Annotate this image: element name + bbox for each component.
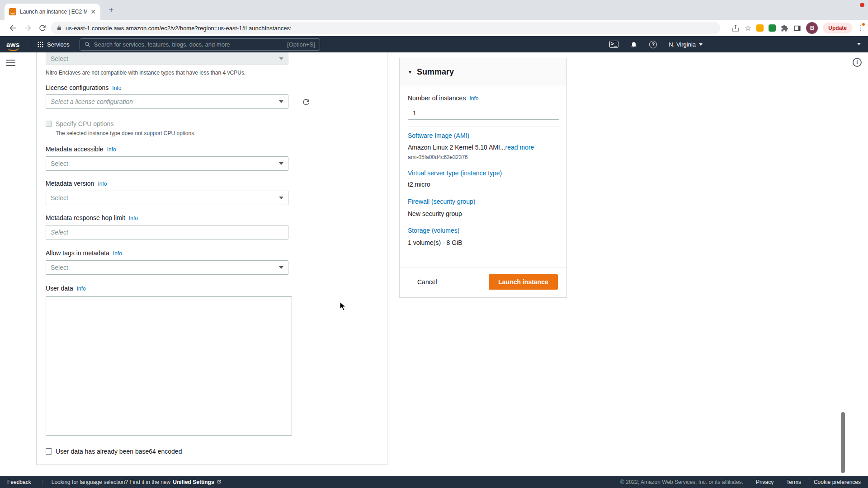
launch-instance-button[interactable]: Launch instance <box>489 274 558 290</box>
new-tab-button[interactable]: + <box>107 5 116 14</box>
notifications-bell-icon[interactable] <box>630 41 637 48</box>
console-footer: Feedback Looking for language selection?… <box>0 476 868 488</box>
global-search-input[interactable]: Search for services, features, blogs, do… <box>80 38 320 51</box>
aws-favicon-icon <box>9 8 16 15</box>
summary-title: Summary <box>417 67 454 77</box>
collapse-caret-icon: ▼ <box>408 70 412 75</box>
metadata-version-label-row: Metadata version Info <box>46 180 107 187</box>
info-link[interactable]: Info <box>107 146 116 153</box>
ami-link[interactable]: Software Image (AMI) <box>408 132 469 139</box>
cancel-button[interactable]: Cancel <box>417 274 437 290</box>
hop-limit-label: Metadata response hop limit <box>46 214 125 221</box>
instances-label-row: Number of instances Info <box>408 94 478 102</box>
back-icon[interactable] <box>8 23 17 33</box>
browser-menu-icon[interactable]: ⋮ <box>857 24 864 32</box>
cloudshell-icon[interactable]: >_ <box>609 41 618 48</box>
read-more-link[interactable]: read more <box>505 144 534 151</box>
user-data-textarea[interactable] <box>46 296 292 436</box>
aws-logo[interactable]: aws <box>6 41 23 48</box>
summary-divider <box>408 126 559 127</box>
search-shortcut: [Option+S] <box>287 41 315 48</box>
bookmark-star-icon[interactable]: ☆ <box>745 23 751 33</box>
metadata-accessible-select[interactable]: Select <box>46 156 288 171</box>
terms-link[interactable]: Terms <box>786 479 801 485</box>
ami-description: Amazon Linux 2 Kernel 5.10 AMI...read mo… <box>408 144 534 151</box>
allow-tags-label-row: Allow tags in metadata Info <box>46 249 122 257</box>
chevron-down-icon <box>699 43 703 46</box>
allow-tags-label: Allow tags in metadata <box>46 249 109 257</box>
cpu-options-label: Specify CPU options <box>56 120 113 127</box>
browser-tabstrip: Launch an instance | EC2 Man ✕ + <box>0 0 868 20</box>
instances-label: Number of instances <box>408 94 466 102</box>
summary-header[interactable]: ▼ Summary <box>400 58 566 86</box>
info-link[interactable]: Info <box>77 286 86 292</box>
help-panel-rail: i <box>846 52 868 476</box>
info-link[interactable]: Info <box>469 95 478 102</box>
external-link-icon <box>217 479 222 484</box>
cookie-preferences-link[interactable]: Cookie preferences <box>814 479 861 485</box>
license-config-select[interactable]: Select a license configuration <box>46 94 288 109</box>
extensions-puzzle-icon[interactable] <box>781 24 788 32</box>
url-text: us-east-1.console.aws.amazon.com/ec2/v2/… <box>66 25 292 32</box>
services-label: Services <box>47 41 70 48</box>
instances-input[interactable] <box>408 106 559 120</box>
info-link[interactable]: Info <box>98 181 107 187</box>
footer-right-group: © 2022, Amazon Web Services, Inc. or its… <box>620 479 861 485</box>
user-data-label-row: User data Info <box>46 285 86 292</box>
metadata-accessible-label: Metadata accessible <box>46 145 104 153</box>
info-link[interactable]: Info <box>129 215 138 221</box>
region-label: N. Virginia <box>669 41 696 48</box>
cpu-options-note: The selected instance type does not supp… <box>56 130 196 136</box>
info-link[interactable]: Info <box>113 250 122 257</box>
feedback-link[interactable]: Feedback <box>7 479 31 485</box>
user-data-label: User data <box>46 285 73 292</box>
chevron-down-icon <box>279 57 283 60</box>
instance-type-link[interactable]: Virtual server type (instance type) <box>408 169 502 177</box>
search-icon <box>85 42 90 47</box>
account-menu-chevron-icon[interactable] <box>857 43 861 45</box>
storage-value: 1 volume(s) - 8 GiB <box>408 239 462 246</box>
address-bar[interactable]: us-east-1.console.aws.amazon.com/ec2/v2/… <box>51 22 720 34</box>
refresh-icon <box>302 98 311 107</box>
metadata-version-select[interactable]: Select <box>46 191 288 205</box>
base64-checkbox[interactable] <box>46 448 52 455</box>
privacy-link[interactable]: Privacy <box>756 479 774 485</box>
help-icon[interactable]: ? <box>649 41 657 48</box>
tab-close-icon[interactable]: ✕ <box>90 8 96 15</box>
services-menu[interactable]: Services <box>38 41 70 48</box>
notes-extension-icon[interactable] <box>756 24 764 32</box>
firewall-link[interactable]: Firewall (security group) <box>408 198 475 205</box>
side-panel-icon[interactable] <box>793 24 801 32</box>
region-selector[interactable]: N. Virginia <box>669 41 703 48</box>
tab-title: Launch an instance | EC2 Man <box>20 9 87 15</box>
browser-profile-avatar[interactable]: B <box>806 22 818 34</box>
mouse-cursor <box>340 301 349 311</box>
search-placeholder: Search for services, features, blogs, do… <box>94 41 283 48</box>
summary-panel: ▼ Summary Number of instances Info Softw… <box>399 58 567 298</box>
browser-tab[interactable]: Launch an instance | EC2 Man ✕ <box>5 4 100 20</box>
copyright-text: © 2022, Amazon Web Services, Inc. or its… <box>620 479 743 485</box>
unified-settings-link[interactable]: Unified Settings <box>173 479 214 485</box>
ami-id: ami-05fa00d4c63e32376 <box>408 154 468 160</box>
launch-instance-form: Select Nitro Enclaves are not compatible… <box>36 52 387 465</box>
refresh-licenses-button[interactable] <box>300 97 312 108</box>
chevron-down-icon <box>279 197 283 199</box>
update-notification-dot <box>862 23 865 26</box>
hop-limit-input[interactable] <box>46 225 288 239</box>
aws-top-nav: aws Services Search for services, featur… <box>0 36 868 52</box>
sidebar-toggle-icon[interactable] <box>6 60 15 67</box>
reload-icon[interactable] <box>38 23 47 33</box>
lock-icon <box>57 25 62 31</box>
allow-tags-select[interactable]: Select <box>46 260 288 275</box>
instance-type-value: t2.micro <box>408 181 430 188</box>
forward-icon[interactable] <box>24 23 33 33</box>
share-icon[interactable] <box>731 24 740 32</box>
info-panel-icon[interactable]: i <box>853 58 862 67</box>
info-link[interactable]: Info <box>112 85 121 91</box>
chrome-update-button[interactable]: Update <box>823 23 852 33</box>
storage-link[interactable]: Storage (volumes) <box>408 227 459 234</box>
chevron-down-icon <box>279 266 283 269</box>
nav-divider <box>31 39 31 49</box>
vertical-scrollbar[interactable] <box>841 412 845 473</box>
mail-extension-icon[interactable] <box>769 24 776 32</box>
